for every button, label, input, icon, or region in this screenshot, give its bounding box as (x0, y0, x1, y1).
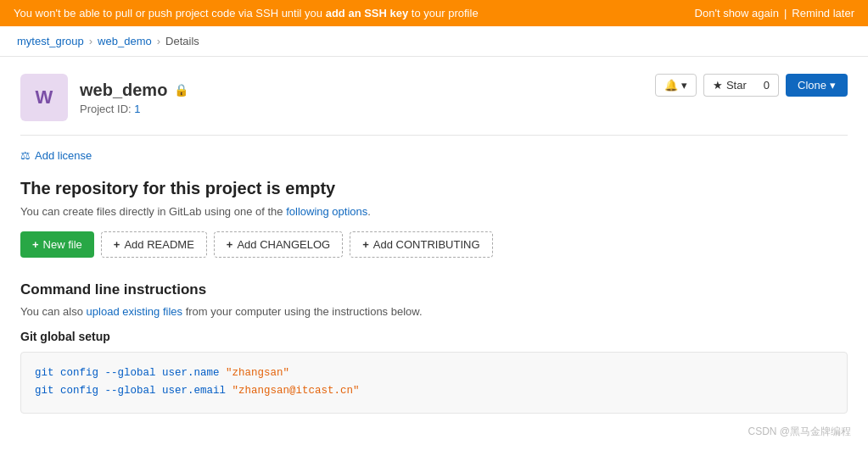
code-str-1: "zhangsan" (226, 367, 289, 379)
add-changelog-button[interactable]: + Add CHANGELOG (214, 231, 343, 258)
notification-button[interactable]: 🔔 ▾ (655, 74, 697, 97)
main-content: W web_demo 🔒 Project ID: 1 🔔 ▾ ★ (0, 57, 868, 448)
banner-divider: | (784, 7, 787, 19)
code-str-2: "zhangsan@itcast.cn" (232, 385, 360, 397)
clone-button[interactable]: Clone ▾ (786, 74, 848, 97)
banner-message: You won't be able to pull or push projec… (14, 7, 479, 19)
code-line-1: git config --global user.name "zhangsan" (35, 364, 833, 382)
readme-plus-icon: + (114, 238, 120, 251)
desc-after: . (367, 205, 371, 218)
breadcrumb: mytest_group › web_demo › Details (0, 26, 868, 57)
breadcrumb-current: Details (165, 35, 199, 47)
new-file-label: New file (43, 238, 82, 251)
cli-desc-after: from your computer using the instruction… (182, 305, 423, 318)
cli-description: You can also upload existing files from … (20, 305, 848, 318)
new-file-plus-icon: + (32, 238, 39, 251)
clone-chevron-icon: ▾ (830, 79, 836, 92)
banner-text-after: to your profile (408, 7, 478, 19)
remind-later-button[interactable]: Remind later (792, 7, 854, 19)
cli-heading: Command line instructions (20, 281, 848, 298)
code-line-2: git config --global user.email "zhangsan… (35, 382, 833, 400)
star-button[interactable]: ★ Star (703, 74, 755, 97)
cli-section: Command line instructions You can also u… (20, 281, 848, 414)
star-count: 0 (755, 74, 779, 97)
desc-before: You can create files directly in GitLab … (20, 205, 286, 218)
banner-actions: Don't show again | Remind later (695, 7, 854, 19)
git-setup-heading: Git global setup (20, 330, 848, 343)
balance-icon: ⚖ (20, 149, 31, 162)
avatar-letter: W (36, 86, 53, 108)
project-avatar: W (20, 74, 68, 121)
chevron-down-icon: ▾ (681, 79, 687, 92)
upload-files-link[interactable]: upload existing files (87, 305, 182, 318)
breadcrumb-sep-2: › (157, 35, 160, 47)
project-id-link[interactable]: 1 (134, 103, 140, 115)
empty-repo-heading: The repository for this project is empty (20, 179, 848, 198)
file-action-buttons: + New file + Add README + Add CHANGELOG … (20, 231, 848, 258)
empty-repo-section: The repository for this project is empty… (20, 179, 848, 258)
add-readme-button[interactable]: + Add README (101, 231, 207, 258)
project-header: W web_demo 🔒 Project ID: 1 🔔 ▾ ★ (20, 74, 848, 136)
code-block: git config --global user.name "zhangsan"… (20, 352, 848, 414)
notification-icon: 🔔 (664, 79, 678, 92)
project-id-label: Project ID: (80, 103, 132, 115)
new-file-button[interactable]: + New file (20, 231, 94, 258)
star-icon: ★ (713, 79, 723, 92)
project-id: Project ID: 1 (80, 103, 188, 115)
git-setup: Git global setup git config --global use… (20, 330, 848, 414)
code-cmd-2: git config --global user.email (35, 385, 232, 397)
project-details: web_demo 🔒 Project ID: 1 (80, 81, 188, 115)
project-actions: 🔔 ▾ ★ Star 0 Clone ▾ (655, 74, 848, 97)
ssh-key-link[interactable]: add an SSH key (326, 7, 409, 19)
add-license-link[interactable]: ⚖ Add license (20, 149, 848, 162)
dont-show-again-button[interactable]: Don't show again (695, 7, 779, 19)
breadcrumb-group[interactable]: mytest_group (17, 35, 84, 47)
add-changelog-label: Add CHANGELOG (237, 238, 330, 251)
following-options-link[interactable]: following options (286, 205, 367, 218)
banner-text-before: You won't be able to pull or push projec… (14, 7, 326, 19)
add-license-label: Add license (35, 149, 92, 162)
cli-desc-before: You can also (20, 305, 87, 318)
breadcrumb-sep-1: › (89, 35, 92, 47)
project-info: W web_demo 🔒 Project ID: 1 (20, 74, 188, 121)
changelog-plus-icon: + (227, 238, 233, 251)
star-group: ★ Star 0 (703, 74, 779, 97)
breadcrumb-project[interactable]: web_demo (98, 35, 152, 47)
empty-repo-description: You can create files directly in GitLab … (20, 205, 848, 218)
star-label: Star (726, 79, 747, 92)
add-contributing-button[interactable]: + Add CONTRIBUTING (350, 231, 492, 258)
project-name-text: web_demo (80, 81, 167, 100)
add-readme-label: Add README (124, 238, 193, 251)
code-cmd-1: git config --global user.name (35, 367, 226, 379)
ssh-banner: You won't be able to pull or push projec… (0, 0, 868, 26)
lock-icon: 🔒 (174, 83, 188, 97)
project-name-row: web_demo 🔒 (80, 81, 188, 100)
watermark: CSDN @黑马金牌编程 (748, 425, 851, 439)
contributing-plus-icon: + (362, 238, 369, 251)
add-license-section: ⚖ Add license (20, 149, 848, 162)
clone-label: Clone (798, 79, 826, 92)
add-contributing-label: Add CONTRIBUTING (373, 238, 480, 251)
